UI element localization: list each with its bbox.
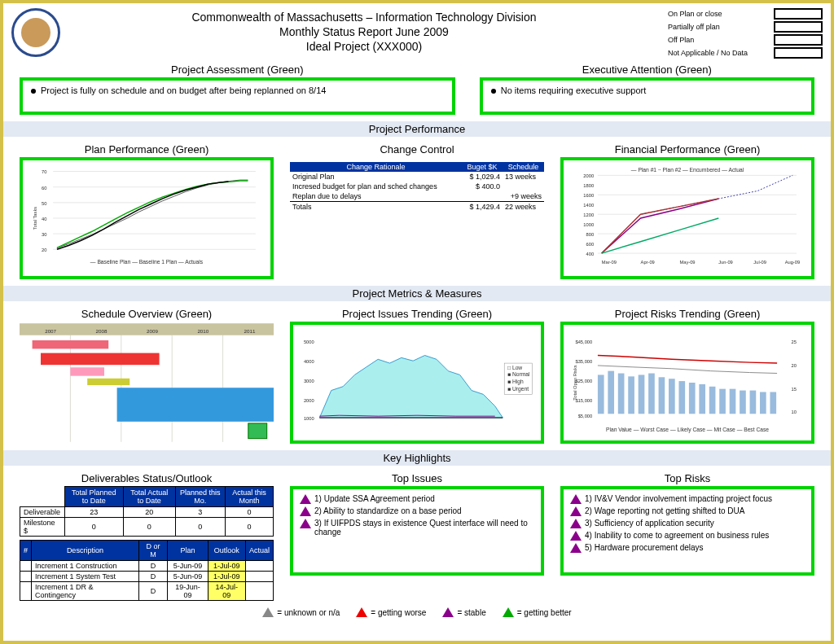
svg-text:■ High: ■ High (507, 379, 524, 385)
financial-title: Financial Performance (Green) (560, 143, 814, 156)
svg-text:$5,000: $5,000 (578, 414, 593, 418)
svg-text:5000: 5000 (304, 340, 314, 344)
change-control-table: Change RationaleBuget $KSchedule Origina… (290, 162, 544, 212)
svg-text:■ Normal: ■ Normal (507, 371, 530, 377)
svg-text:40: 40 (42, 217, 46, 221)
svg-text:$45,000: $45,000 (575, 340, 592, 344)
svg-rect-73 (709, 387, 716, 414)
triangle-purple-icon (570, 506, 582, 516)
triangle-red-icon (356, 607, 367, 617)
executive-title: Executive Attention (Green) (480, 64, 814, 76)
schedule-gantt: 20072008200920102011 (20, 322, 274, 444)
triangle-purple-icon (300, 494, 311, 504)
svg-text:3000: 3000 (304, 379, 314, 383)
top-risks-title: Top Risks (560, 472, 814, 484)
plan-performance-chart: 70 60 50 40 30 20 Total Tasks — Baseline… (20, 157, 274, 279)
svg-text:1000: 1000 (583, 222, 594, 227)
swatch-na (774, 47, 823, 59)
svg-text:□ Low: □ Low (507, 365, 522, 370)
executive-box: No items requiring executive support (480, 77, 814, 115)
svg-text:10: 10 (792, 410, 797, 414)
svg-text:2010: 2010 (197, 328, 208, 334)
svg-rect-50 (248, 423, 267, 439)
svg-rect-70 (678, 381, 685, 414)
triangle-purple-icon (300, 519, 311, 528)
svg-rect-66 (639, 375, 645, 414)
svg-text:2000: 2000 (304, 398, 314, 403)
svg-text:30: 30 (42, 232, 46, 237)
triangle-purple-icon (442, 607, 454, 617)
issues-trending-title: Project Issues Trending (Green) (290, 308, 544, 320)
svg-rect-79 (770, 392, 776, 414)
highlights-band: Key Highlights (3, 450, 831, 466)
triangle-green-icon (503, 607, 514, 617)
svg-rect-47 (70, 367, 104, 375)
svg-rect-78 (760, 392, 766, 414)
svg-rect-67 (648, 374, 655, 414)
legend-off-plan: Off Plan (668, 36, 774, 44)
svg-rect-68 (659, 377, 665, 414)
triangle-purple-icon (570, 543, 582, 553)
svg-rect-46 (41, 353, 160, 366)
svg-rect-77 (750, 391, 757, 414)
svg-rect-74 (719, 389, 726, 414)
deliverables-summary-table: Total Planned to Date Total Actual to Da… (20, 486, 274, 537)
svg-rect-62 (598, 375, 604, 414)
svg-marker-51 (319, 356, 503, 418)
schedule-title: Schedule Overview (Green) (20, 308, 274, 320)
triangle-purple-icon (570, 494, 582, 504)
svg-text:1600: 1600 (583, 193, 594, 198)
risks-trending-title: Project Risks Trending (Green) (560, 308, 814, 320)
legend-partial: Partially off plan (668, 23, 774, 31)
svg-text:60: 60 (42, 186, 46, 191)
triangle-purple-icon (570, 531, 582, 541)
svg-text:2009: 2009 (147, 328, 158, 334)
svg-text:Plan Value — Worst Case — Like: Plan Value — Worst Case — Likely Case — … (606, 427, 769, 433)
svg-text:Total Tasks: Total Tasks (33, 207, 37, 230)
svg-text:800: 800 (586, 232, 595, 237)
performance-band: Project Performance (3, 121, 831, 137)
org-title: Commonwealth of Massachusetts – Informat… (191, 10, 536, 24)
svg-text:600: 600 (586, 242, 595, 247)
metrics-band: Project Metrics & Measures (3, 286, 831, 301)
top-issues-title: Top Issues (290, 472, 544, 484)
risks-trending-chart: $45,000 $35,000 $25,000 $15,000 $5,000 2… (560, 322, 814, 444)
svg-text:— Baseline Plan  — Baseline 1 : — Baseline Plan — Baseline 1 Plan — Actu… (90, 259, 204, 265)
legend-na: Not Applicable / No Data (668, 49, 774, 57)
assessment-title: Project Assessment (Green) (20, 64, 455, 76)
assessment-text: Project is fully on schedule and on budg… (41, 85, 326, 95)
svg-text:May-09: May-09 (679, 260, 695, 265)
svg-text:Aug-09: Aug-09 (785, 260, 801, 265)
triangle-gray-icon (262, 607, 274, 617)
svg-text:2008: 2008 (96, 328, 108, 334)
trend-legend: = unknown or n/a = getting worse = stabl… (3, 601, 831, 620)
svg-text:400: 400 (586, 252, 595, 256)
triangle-purple-icon (300, 506, 311, 516)
triangle-purple-icon (570, 519, 582, 528)
report-title-block: Commonwealth of Massachusetts – Informat… (191, 10, 536, 60)
svg-text:Apr-09: Apr-09 (641, 260, 655, 265)
svg-text:20: 20 (42, 248, 46, 252)
svg-rect-63 (608, 371, 614, 414)
swatch-yellow (774, 21, 823, 33)
issues-trending-chart: 5000 4000 3000 2000 1000 □ Low ■ Normal … (290, 322, 544, 444)
svg-rect-75 (730, 389, 736, 414)
svg-rect-71 (689, 383, 696, 414)
svg-rect-76 (740, 391, 746, 414)
svg-text:$15,000: $15,000 (575, 398, 592, 403)
swatch-red (774, 34, 823, 46)
svg-text:2000: 2000 (583, 173, 594, 178)
svg-text:Mar-09: Mar-09 (602, 260, 617, 265)
svg-text:25: 25 (792, 340, 797, 344)
status-legend: On Plan or close Partially off plan Off … (668, 8, 823, 60)
deliverables-detail-table: # Description D or M Plan Outlook Actual… (20, 540, 274, 601)
svg-text:$25,000: $25,000 (575, 379, 592, 383)
svg-text:1800: 1800 (583, 183, 594, 188)
svg-rect-48 (87, 379, 129, 385)
svg-rect-72 (699, 384, 705, 414)
svg-text:4000: 4000 (304, 359, 314, 364)
legend-on-plan: On Plan or close (668, 10, 774, 18)
project-title: Ideal Project (XXX000) (191, 39, 536, 54)
state-seal-icon (11, 8, 60, 57)
svg-text:50: 50 (42, 201, 46, 206)
